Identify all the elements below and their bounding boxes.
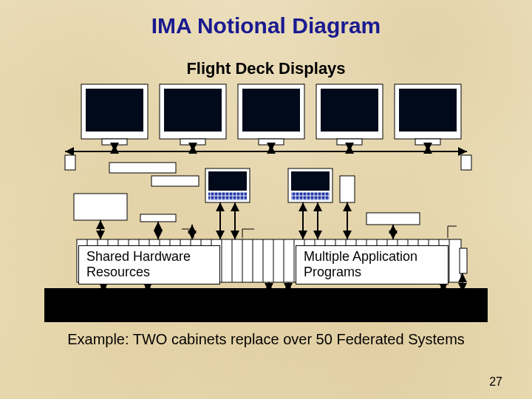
svg-rect-11: [242, 89, 300, 132]
shared-hardware-label: Shared Hardware Resources: [78, 245, 220, 284]
bracket-m: [242, 229, 254, 238]
page-number: 27: [489, 375, 502, 389]
subtitle: Flight Deck Displays: [0, 59, 532, 78]
svg-rect-26: [291, 171, 330, 191]
label-left-line1: Shared Hardware: [86, 249, 191, 264]
svg-rect-3: [86, 89, 143, 132]
svg-rect-16: [337, 139, 362, 145]
svg-rect-15: [321, 89, 378, 132]
example-caption: Example: TWO cabinets replace over 50 Fe…: [30, 331, 502, 348]
display-4: [316, 84, 383, 151]
mid-box-3: [74, 194, 127, 220]
multiple-app-label: Multiple Application Programs: [296, 245, 449, 284]
display-3: [238, 84, 304, 151]
keyboard-2: [288, 168, 332, 202]
display-5: [395, 84, 461, 151]
edge-box-right: [461, 155, 471, 170]
svg-rect-24: [208, 192, 247, 200]
svg-rect-7: [164, 89, 222, 132]
slide: IMA Notional Diagram Flight Deck Display…: [0, 0, 532, 399]
label-left-line2: Resources: [86, 265, 150, 279]
mid-box-1: [109, 163, 176, 173]
label-right-line1: Multiple Application: [304, 249, 417, 264]
label-right-line2: Programs: [304, 265, 361, 279]
edge-box-left: [65, 155, 75, 170]
svg-rect-20: [415, 139, 440, 145]
page-title: IMA Notional Diagram: [0, 13, 532, 38]
bracket-r: [448, 226, 457, 238]
mid-box-6: [366, 213, 420, 225]
bus-band: [44, 288, 488, 322]
svg-rect-19: [399, 89, 457, 132]
mid-box-4: [140, 214, 176, 222]
svg-rect-4: [102, 139, 127, 145]
mid-box-2: [151, 176, 199, 186]
svg-rect-23: [208, 171, 247, 191]
svg-rect-29: [460, 248, 467, 273]
svg-rect-8: [180, 139, 205, 145]
keyboard-1: [205, 168, 250, 202]
mid-box-5: [340, 176, 355, 202]
display-2: [160, 84, 226, 151]
svg-rect-27: [291, 192, 330, 200]
display-1: [81, 84, 148, 151]
svg-rect-12: [259, 139, 284, 145]
